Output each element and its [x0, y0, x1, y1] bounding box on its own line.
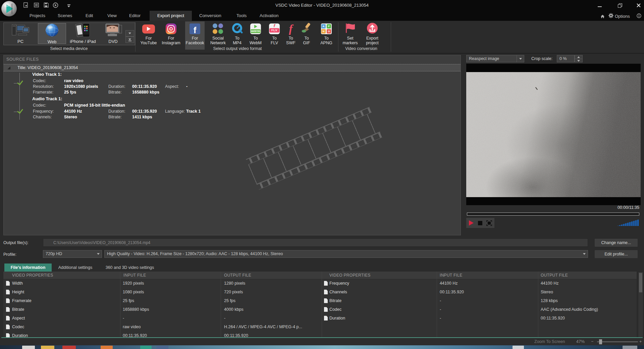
video-framerate-row: Framerate: 25 fps Bitrate: 1658880 kbps	[33, 89, 186, 95]
table-row[interactable]: Frequency 44100 Hz 44100 Hz	[322, 279, 637, 288]
table-row[interactable]: Width 1920 pixels 1280 pixels	[3, 279, 322, 288]
save-project-button[interactable]	[43, 2, 49, 9]
new-scene-button[interactable]	[22, 2, 29, 9]
audio-channels-value: Stereo	[64, 115, 108, 119]
video-track-check-icon	[17, 79, 23, 85]
device-iphone-ipad[interactable]: iPhone / iPad	[67, 23, 99, 44]
output-value: 44100 Hz	[541, 281, 559, 286]
table-row[interactable]: Bitrate 1658880 kbps 4000 kbps	[3, 305, 322, 314]
close-button[interactable]	[633, 1, 644, 9]
file-icon	[324, 316, 328, 321]
input-value: -	[123, 316, 124, 321]
table-row[interactable]: Aspect - -	[3, 314, 322, 323]
scene-icon	[23, 2, 28, 9]
edit-profile-button[interactable]: Edit profile...	[594, 250, 638, 258]
restore-button[interactable]	[614, 1, 625, 9]
table-row[interactable]: Channels 00:11:35.920 Stereo	[322, 288, 637, 297]
device-iphone-label: iPhone / iPad	[67, 39, 99, 44]
menu-projects[interactable]: Projects	[30, 11, 45, 21]
menu-conversion[interactable]: Conversion	[199, 11, 221, 21]
tab-360-3d-settings[interactable]: 360 and 3D video settings	[99, 264, 160, 272]
video-bitrate-value: 1658880 kbps	[132, 90, 165, 95]
options-button[interactable]: Options	[608, 13, 630, 19]
profile-description-dropdown[interactable]: High Quality - Video: H.264, Frame Size …	[104, 250, 588, 258]
zoom-slider-track[interactable]	[597, 341, 638, 342]
format-apng[interactable]: APNG To APNG	[317, 21, 336, 50]
home-button[interactable]	[600, 14, 605, 20]
dropdown-arrow-icon	[581, 250, 588, 257]
ribbon-separator	[338, 22, 338, 52]
info-button[interactable]	[637, 13, 641, 19]
input-value: 00:11:35.920	[440, 290, 464, 294]
spinner-up-button[interactable]	[575, 55, 582, 59]
minimize-button[interactable]	[594, 1, 605, 9]
play-button[interactable]	[469, 220, 474, 226]
table-row[interactable]: Framerate 25 fps 25 fps	[3, 297, 322, 305]
crop-scale-input[interactable]: 0 %	[557, 55, 575, 62]
fullscreen-button[interactable]	[486, 220, 492, 226]
open-project-button[interactable]	[33, 2, 40, 9]
playback-progress-bar[interactable]	[467, 213, 639, 216]
format-social-network[interactable]: Social Network	[208, 21, 228, 50]
zoom-slider-handle[interactable]	[599, 339, 602, 344]
zoom-in-button[interactable]: +	[639, 339, 642, 344]
menu-activation[interactable]: Activation	[260, 11, 278, 21]
playback-controls	[466, 218, 494, 228]
table-row[interactable]: Bitrate - 128 kbps	[322, 297, 637, 305]
device-scroll-down-button[interactable]	[125, 30, 134, 37]
format-facebook[interactable]: f For Facebook	[185, 21, 205, 50]
spinner-down-button[interactable]	[575, 59, 582, 62]
table-scrollbar[interactable]	[638, 272, 643, 338]
device-scroll-more-button[interactable]	[125, 37, 134, 43]
menu-view[interactable]: View	[107, 11, 117, 21]
format-gif[interactable]: To GIF	[297, 21, 316, 50]
table-row[interactable]: Codec raw video H.264 / AVC / MPEG-4 AVC…	[3, 323, 322, 332]
table-row[interactable]: Height 1080 pixels 720 pixels	[3, 288, 322, 297]
reaspect-dropdown[interactable]: Reaspect image	[466, 55, 524, 62]
zoom-out-button[interactable]: −	[591, 339, 593, 344]
prop-name: Width	[12, 281, 23, 286]
source-files-panel: SOURCE FILES Title: VIDEO_20190608_21305…	[3, 55, 461, 235]
set-markers-button[interactable]: Set markers	[340, 21, 360, 50]
minimize-icon	[598, 6, 602, 7]
format-apng-label: To APNG	[317, 36, 336, 45]
menu-export-project[interactable]: Export project	[150, 11, 192, 21]
output-path-field[interactable]: C:\Users\User\Videos\VIDEO_20190608_2130…	[43, 238, 588, 247]
tab-files-information[interactable]: File's information	[4, 264, 52, 272]
menu-scenes[interactable]: Scenes	[58, 11, 72, 21]
input-value: 1920 pixels	[123, 281, 144, 286]
restore-icon	[618, 3, 622, 7]
menu-edit[interactable]: Edit	[86, 11, 93, 21]
table-row[interactable]: Codec - AAC (Advanced Audio Coding)	[322, 305, 637, 314]
customize-toolbar-button[interactable]	[65, 2, 72, 9]
video-codec-label: Codec:	[33, 78, 64, 83]
table-row[interactable]: Duration - 00:11:35.920	[322, 314, 637, 323]
device-pc[interactable]: PC	[6, 23, 35, 44]
format-youtube[interactable]: For YouTube	[139, 21, 158, 50]
device-dvd[interactable]: DVD	[100, 23, 126, 44]
scrollbar-thumb[interactable]	[639, 273, 642, 292]
caret-down-icon	[128, 33, 131, 34]
volume-bars[interactable]	[617, 219, 639, 226]
taskbar-sliver	[0, 345, 644, 349]
column-divider	[322, 272, 322, 338]
menu-editor[interactable]: Editor	[129, 11, 141, 21]
play-preview-button[interactable]	[52, 2, 59, 9]
profile-preset-dropdown[interactable]: 720p HD	[43, 250, 102, 258]
tab-additional-settings[interactable]: Additional settings	[53, 264, 97, 272]
device-web[interactable]: Web	[38, 23, 66, 44]
export-project-button[interactable]: Export project	[362, 21, 382, 50]
format-instagram[interactable]: For Instagram	[161, 21, 181, 50]
crop-scale-label: Crop scale:	[531, 56, 552, 61]
video-bitrate-label: Bitrate:	[108, 90, 132, 95]
stop-button[interactable]	[478, 221, 482, 225]
menu-tools[interactable]: Tools	[236, 11, 247, 21]
output-value: 720 pixels	[224, 290, 243, 294]
youtube-icon	[142, 24, 155, 34]
window-title: VSDC Video Editor - VIDEO_20190608_21305…	[0, 3, 644, 8]
format-webm[interactable]: web+m To WebM	[246, 21, 265, 50]
format-mp4-label: To MP4	[227, 36, 247, 45]
change-name-button[interactable]: Change name...	[594, 238, 638, 247]
save-icon	[44, 2, 49, 9]
format-mp4[interactable]: To MP4	[227, 21, 247, 50]
